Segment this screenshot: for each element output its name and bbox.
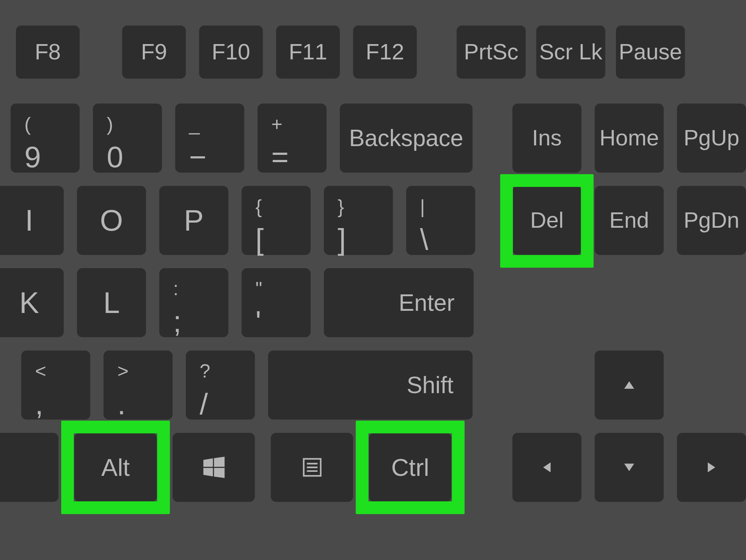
key-windows[interactable] xyxy=(173,433,255,502)
key-f11[interactable]: F11 xyxy=(276,26,340,79)
key-label: . xyxy=(117,387,126,421)
menu-icon xyxy=(300,456,323,479)
key-blank-left[interactable] xyxy=(0,433,58,502)
key-shifted-label: { xyxy=(255,195,262,218)
key-shifted-label: ? xyxy=(200,360,210,382)
key-label: ' xyxy=(255,304,261,339)
key-label: PgDn xyxy=(684,208,739,233)
key-label: Pause xyxy=(619,39,682,65)
key-equals[interactable]: + = xyxy=(258,103,326,172)
key-label: \ xyxy=(420,222,428,256)
key-0[interactable]: ) 0 xyxy=(93,103,162,172)
key-shifted-label: " xyxy=(255,278,262,300)
key-enter[interactable]: Enter xyxy=(324,268,474,337)
key-label: Shift xyxy=(407,372,453,398)
key-o[interactable]: O xyxy=(77,186,146,255)
key-quote[interactable]: " ' xyxy=(242,268,310,337)
key-label: Home xyxy=(600,125,659,151)
arrow-left-icon xyxy=(539,460,554,475)
key-left-arrow[interactable] xyxy=(513,433,581,502)
key-label: / xyxy=(200,387,208,421)
key-label: I xyxy=(25,205,34,235)
key-label: ; xyxy=(173,304,181,339)
key-label: F11 xyxy=(289,39,327,65)
key-pgup[interactable]: PgUp xyxy=(677,103,746,172)
key-label: Ins xyxy=(532,125,562,151)
key-label: [ xyxy=(255,222,264,256)
key-end[interactable]: End xyxy=(595,186,664,255)
key-9[interactable]: ( 9 xyxy=(11,103,79,172)
key-alt[interactable]: Alt xyxy=(74,433,157,502)
key-right-arrow[interactable] xyxy=(677,433,746,502)
key-i[interactable]: I xyxy=(0,186,64,255)
arrow-up-icon xyxy=(622,377,637,392)
key-label: F8 xyxy=(35,39,60,65)
key-label: 9 xyxy=(24,140,41,174)
key-lbracket[interactable]: { [ xyxy=(242,186,310,255)
key-label: F10 xyxy=(212,39,250,65)
windows-icon xyxy=(201,455,227,480)
keyboard: F8 F9 F10 F11 F12 PrtSc Scr Lk Pause ( 9… xyxy=(0,0,746,560)
key-f9[interactable]: F9 xyxy=(122,26,186,79)
key-label: F12 xyxy=(366,39,404,65)
key-prtsc[interactable]: PrtSc xyxy=(457,26,526,79)
key-pgdn[interactable]: PgDn xyxy=(677,186,746,255)
key-f8[interactable]: F8 xyxy=(16,26,80,79)
key-label: Ctrl xyxy=(391,453,429,482)
key-label: 0 xyxy=(107,140,123,174)
key-shifted-label: ) xyxy=(107,113,113,135)
key-shifted-label: < xyxy=(35,360,46,382)
key-label: O xyxy=(100,205,123,235)
arrow-right-icon xyxy=(704,460,719,475)
arrow-down-icon xyxy=(622,460,637,475)
key-shifted-label: + xyxy=(271,113,283,135)
key-label: End xyxy=(609,208,649,233)
key-menu[interactable] xyxy=(271,433,353,502)
key-scrlk[interactable]: Scr Lk xyxy=(536,26,605,79)
key-label: L xyxy=(103,288,119,318)
key-pause[interactable]: Pause xyxy=(616,26,685,79)
key-label: Backspace xyxy=(349,125,463,152)
key-shifted-label: | xyxy=(420,195,425,218)
key-ins[interactable]: Ins xyxy=(513,103,581,172)
key-p[interactable]: P xyxy=(159,186,228,255)
key-label: K xyxy=(19,288,39,318)
key-label: Scr Lk xyxy=(539,39,602,65)
key-label: Enter xyxy=(398,289,454,316)
key-shifted-label: ( xyxy=(24,113,31,135)
key-shifted-label: _ xyxy=(189,113,200,135)
key-up-arrow[interactable] xyxy=(595,351,664,419)
key-label: , xyxy=(35,387,43,421)
key-home[interactable]: Home xyxy=(595,103,664,172)
key-backspace[interactable]: Backspace xyxy=(340,103,472,172)
key-semicolon[interactable]: : ; xyxy=(159,268,228,337)
key-label: PrtSc xyxy=(464,39,518,65)
key-shifted-label: > xyxy=(117,360,129,382)
key-shifted-label: } xyxy=(338,195,344,218)
key-f12[interactable]: F12 xyxy=(353,26,417,79)
key-label: P xyxy=(184,205,204,235)
key-del[interactable]: Del xyxy=(513,186,581,255)
key-f10[interactable]: F10 xyxy=(199,26,263,79)
key-comma[interactable]: < , xyxy=(21,351,90,419)
key-k[interactable]: K xyxy=(0,268,64,337)
key-label: = xyxy=(271,140,289,174)
key-backslash[interactable]: | \ xyxy=(406,186,475,255)
key-l[interactable]: L xyxy=(77,268,146,337)
key-ctrl[interactable]: Ctrl xyxy=(369,433,451,502)
key-minus[interactable]: _ − xyxy=(175,103,244,172)
key-period[interactable]: > . xyxy=(103,351,172,419)
key-shifted-label: : xyxy=(173,278,178,300)
key-label: Del xyxy=(530,208,564,233)
key-rbracket[interactable]: } ] xyxy=(324,186,393,255)
key-label: F9 xyxy=(141,39,167,65)
key-label: Alt xyxy=(101,453,130,482)
key-label: ] xyxy=(338,222,346,256)
key-down-arrow[interactable] xyxy=(595,433,664,502)
key-label: PgUp xyxy=(684,125,739,151)
key-shift[interactable]: Shift xyxy=(268,351,472,419)
key-slash[interactable]: ? / xyxy=(186,351,255,419)
key-label: − xyxy=(189,140,207,174)
